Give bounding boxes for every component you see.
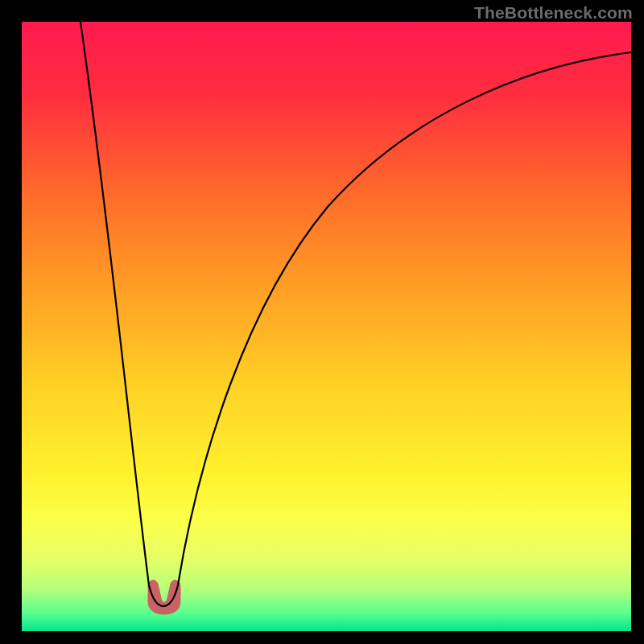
- plot-area: [22, 22, 631, 631]
- bottleneck-curve: [22, 22, 631, 631]
- chart-frame: TheBottleneck.com: [0, 0, 644, 644]
- curve-line: [80, 22, 631, 606]
- watermark: TheBottleneck.com: [474, 3, 633, 23]
